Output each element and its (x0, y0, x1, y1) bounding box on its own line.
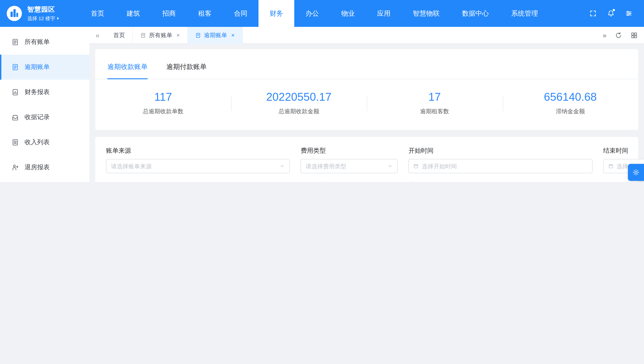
fee-type-input[interactable] (306, 163, 384, 169)
stat-label: 总逾期收款金额 (231, 107, 367, 115)
stat-value: 656140.68 (502, 90, 638, 103)
nav-item-property[interactable]: 物业 (330, 0, 366, 27)
bill-source-select[interactable] (106, 159, 290, 173)
sidebar-item-receipt-records[interactable]: 收据记录 (0, 105, 90, 130)
field-label: 费用类型 (301, 147, 398, 155)
page-tab-overdue-bills[interactable]: 逾期账单 × (188, 27, 242, 44)
stats-row: 117 总逾期收款单数 20220550.17 总逾期收款金额 17 逾期租客数 (95, 79, 638, 130)
tabbar-actions: » (603, 31, 644, 39)
app: 智慧园区 选择 12 楼宇 首页 建筑 招商 租客 合同 财务 办公 物业 应用… (0, 0, 644, 182)
nav-item-tenant[interactable]: 租客 (187, 0, 223, 27)
filter-start-time: 开始时间 (408, 147, 592, 173)
page-tab-home[interactable]: 首页 (106, 27, 133, 44)
stat-value: 20220550.17 (231, 90, 367, 103)
nav-item-building[interactable]: 建筑 (116, 0, 151, 27)
stat-total-overdue-count: 117 总逾期收款单数 (95, 90, 231, 115)
nav-item-office[interactable]: 办公 (294, 0, 330, 27)
building-selector-label: 选择 12 楼宇 (27, 15, 55, 22)
field-label: 项目名称 (603, 181, 644, 182)
nav-item-data-center[interactable]: 数据中心 (451, 0, 500, 27)
theme-settings-fab[interactable] (628, 164, 644, 181)
fullscreen-icon[interactable] (590, 10, 596, 17)
calendar-icon (608, 163, 613, 169)
tab-overdue-payable[interactable]: 逾期付款账单 (166, 63, 206, 79)
building-selector[interactable]: 选择 12 楼宇 (27, 15, 59, 22)
sidebar-item-overdue-bills[interactable]: 逾期账单 (0, 55, 90, 80)
stat-value: 117 (95, 90, 231, 103)
sidebar-item-income-list[interactable]: 收入列表 (0, 130, 90, 155)
navbar-actions (590, 0, 644, 27)
stat-value: 17 (367, 90, 502, 103)
settings-sliders-icon[interactable] (625, 10, 632, 17)
logo-icon (6, 5, 23, 22)
nav-item-contract[interactable]: 合同 (223, 0, 258, 27)
main-area: « 首页 所有账单 × 逾期账单 × » (90, 27, 644, 182)
stat-label: 逾期租客数 (367, 107, 502, 115)
close-icon[interactable]: × (231, 32, 234, 39)
gear-icon (632, 169, 640, 176)
nav-item-finance[interactable]: 财务 (258, 0, 294, 27)
tab-overdue-receivable[interactable]: 逾期收款账单 (107, 63, 148, 79)
caret-right-icon (58, 17, 59, 20)
page-tab-all-bills[interactable]: 所有账单 × (133, 27, 188, 44)
receipt-inbox-icon (12, 114, 19, 121)
chevron-down-icon (280, 163, 285, 169)
content: 逾期收款账单 逾期付款账单 117 总逾期收款单数 20220550.17 总逾… (90, 44, 644, 182)
field-label: 结束时间 (603, 147, 644, 155)
document-icon (196, 33, 201, 38)
report-chart-icon (12, 89, 19, 96)
sidebar-item-finance-report[interactable]: 财务报表 (0, 80, 90, 105)
sidebar-item-all-bills[interactable]: 所有账单 (0, 30, 90, 55)
notification-dot (613, 9, 615, 11)
checkout-person-icon (12, 164, 19, 171)
overdue-bill-icon (12, 64, 19, 71)
sidebar-item-label: 逾期账单 (24, 63, 50, 71)
field-label: 结清状态 (301, 181, 398, 182)
sidebar-item-label: 收据记录 (24, 113, 50, 121)
brand-title: 智慧园区 (27, 5, 59, 14)
bill-source-input[interactable] (111, 163, 276, 169)
filter-bill-source: 账单来源 (106, 147, 290, 173)
filter-create-time: 创建时间 - (106, 181, 290, 182)
start-time-picker[interactable] (408, 159, 592, 173)
filter-card: 账单来源 费用类型 (95, 137, 638, 182)
stat-label: 滞纳金金额 (502, 107, 638, 115)
sidebar-item-checkout-report[interactable]: 退房报表 (0, 155, 90, 180)
close-icon[interactable]: × (176, 32, 180, 39)
nav-item-system[interactable]: 系统管理 (500, 0, 549, 27)
filter-project-name: 项目名称 (603, 181, 644, 182)
stat-late-fee-amount: 656140.68 滞纳金金额 (502, 90, 638, 115)
brand: 智慧园区 选择 12 楼宇 (0, 0, 80, 27)
main-nav: 首页 建筑 招商 租客 合同 财务 办公 物业 应用 智慧物联 数据中心 系统管… (80, 0, 549, 27)
refresh-icon[interactable] (615, 32, 622, 39)
tabs-scroll-right-icon[interactable]: » (603, 31, 606, 39)
sidebar: 所有账单 逾期账单 财务报表 收据记录 收入列表 退房报表 (0, 27, 90, 182)
page-tab-label: 首页 (113, 31, 125, 39)
sidebar-item-receipt-print-log[interactable]: 收据打印日志 (0, 180, 90, 182)
layout-grid-icon[interactable] (630, 32, 638, 39)
panel-tabs: 逾期收款账单 逾期付款账单 (95, 49, 638, 79)
sidebar-item-label: 财务报表 (24, 88, 50, 96)
stat-label: 总逾期收款单数 (95, 107, 231, 115)
nav-item-investment[interactable]: 招商 (151, 0, 187, 27)
start-time-input[interactable] (422, 163, 588, 169)
tabs-scroll-left-icon[interactable]: « (90, 31, 106, 39)
page-tabbar: « 首页 所有账单 × 逾期账单 × » (90, 27, 644, 44)
stat-overdue-tenants: 17 逾期租客数 (367, 90, 502, 115)
filter-fee-type: 费用类型 (301, 147, 398, 173)
document-icon (141, 33, 146, 38)
sidebar-item-label: 所有账单 (24, 38, 50, 46)
nav-item-apps[interactable]: 应用 (366, 0, 402, 27)
stat-total-overdue-amount: 20220550.17 总逾期收款金额 (231, 90, 367, 115)
nav-item-home[interactable]: 首页 (80, 0, 116, 27)
filter-settle-status: 结清状态 (301, 181, 398, 182)
field-label: 创建时间 (106, 181, 290, 182)
calendar-icon (414, 163, 419, 169)
sidebar-item-label: 退房报表 (24, 163, 50, 171)
notification-bell-icon[interactable] (607, 10, 614, 17)
field-label: 账单来源 (106, 147, 290, 155)
chevron-down-icon (388, 163, 393, 169)
fee-type-select[interactable] (301, 159, 398, 173)
nav-item-iot[interactable]: 智慧物联 (402, 0, 451, 27)
page-tab-label: 逾期账单 (204, 31, 227, 39)
